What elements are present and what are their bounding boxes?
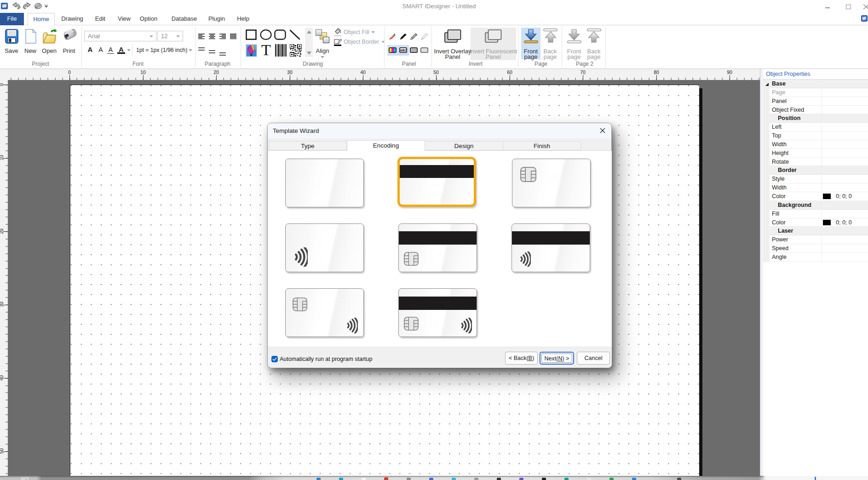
svg-text:ABC: ABC xyxy=(400,49,406,52)
